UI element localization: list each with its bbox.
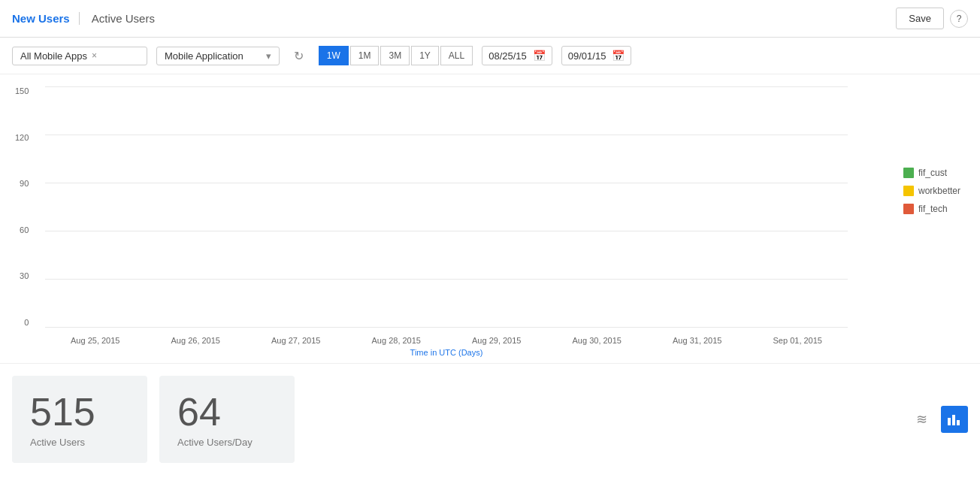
x-label-0: Aug 25, 2015: [71, 336, 119, 345]
time-range-group: 1W 1M 3M 1Y ALL: [319, 46, 473, 65]
stats-row: 515 Active Users 64 Active Users/Day ≋: [0, 363, 980, 475]
x-label-3: Aug 28, 2015: [372, 336, 421, 345]
svg-rect-1: [952, 415, 955, 425]
y-label-90: 90: [20, 179, 29, 188]
calendar-to-icon: 📅: [612, 50, 625, 62]
y-label-60: 60: [20, 225, 29, 234]
mobile-app-dropdown[interactable]: Mobile Application ▾: [156, 47, 280, 65]
date-from-value: 08/25/15: [488, 50, 527, 62]
stat-card-active-users: 515 Active Users: [12, 376, 147, 463]
active-users-label: Active Users: [30, 437, 129, 448]
svg-rect-2: [957, 420, 960, 425]
date-from-input[interactable]: 08/25/15 📅: [482, 46, 552, 65]
y-label-120: 120: [15, 133, 29, 142]
stat-card-active-users-day: 64 Active Users/Day: [159, 376, 295, 463]
legend-color-2: [903, 204, 914, 214]
calendar-from-icon: 📅: [533, 50, 546, 62]
x-label-2: Aug 27, 2015: [271, 336, 320, 345]
bar-chart-icon: [947, 412, 962, 427]
header-bar: New Users Active Users Save ?: [0, 0, 980, 38]
tab-active-users[interactable]: Active Users: [89, 12, 155, 25]
x-axis-title: Time in UTC (Days): [45, 348, 848, 357]
chevron-down-icon: ▾: [266, 50, 271, 62]
time-btn-3m[interactable]: 3M: [380, 46, 410, 65]
dropdown-label: Mobile Application: [165, 50, 243, 62]
active-users-number: 515: [30, 391, 129, 434]
x-label-4: Aug 29, 2015: [472, 336, 521, 345]
filter-tag[interactable]: All Mobile Apps ×: [12, 47, 147, 65]
chart-type-icons: ≋: [908, 406, 968, 433]
help-button[interactable]: ?: [950, 10, 968, 28]
save-button[interactable]: Save: [896, 8, 944, 29]
tab-new-users[interactable]: New Users: [12, 12, 80, 25]
legend-item-2: fif_tech: [903, 204, 960, 214]
legend-label-0: fif_cust: [918, 168, 947, 178]
time-btn-1w[interactable]: 1W: [319, 46, 349, 65]
filter-close-icon[interactable]: ×: [92, 50, 97, 61]
x-label-5: Aug 30, 2015: [573, 336, 622, 345]
header-right: Save ?: [896, 8, 968, 29]
toolbar: All Mobile Apps × Mobile Application ▾ ↻…: [0, 38, 980, 74]
legend-label-2: fif_tech: [918, 204, 948, 214]
layers-icon-btn[interactable]: ≋: [908, 406, 935, 433]
bars-area: [45, 86, 848, 327]
y-label-150: 150: [15, 86, 29, 95]
refresh-button[interactable]: ↻: [289, 45, 310, 66]
legend-item-1: workbetter: [903, 186, 960, 196]
y-axis: 150 120 90 60 30 0: [15, 86, 29, 327]
svg-rect-0: [948, 418, 951, 425]
time-btn-1y[interactable]: 1Y: [411, 46, 439, 65]
x-axis: Aug 25, 2015Aug 26, 2015Aug 27, 2015Aug …: [45, 336, 848, 345]
time-btn-1m[interactable]: 1M: [350, 46, 380, 65]
x-label-6: Aug 31, 2015: [673, 336, 721, 345]
legend-color-1: [903, 186, 914, 196]
active-users-day-number: 64: [177, 391, 277, 434]
date-to-input[interactable]: 09/01/15 📅: [561, 46, 632, 65]
time-btn-all[interactable]: ALL: [440, 46, 473, 65]
chart-container: 150 120 90 60 30 0 Aug 25, 2015Aug 26, 2…: [45, 86, 968, 357]
x-label-7: Sep 01, 2015: [773, 336, 822, 345]
y-label-30: 30: [20, 271, 29, 280]
legend-label-1: workbetter: [918, 186, 960, 196]
x-label-1: Aug 26, 2015: [171, 336, 220, 345]
date-to-value: 09/01/15: [568, 50, 606, 62]
bar-chart-icon-btn[interactable]: [941, 406, 968, 433]
legend-item-0: fif_cust: [903, 168, 960, 178]
filter-label: All Mobile Apps: [20, 50, 87, 62]
legend-color-0: [903, 168, 914, 178]
y-label-0: 0: [24, 318, 29, 327]
legend: fif_custworkbetterfif_tech: [903, 168, 960, 214]
chart-area: 150 120 90 60 30 0 Aug 25, 2015Aug 26, 2…: [0, 74, 980, 363]
active-users-day-label: Active Users/Day: [177, 437, 277, 448]
